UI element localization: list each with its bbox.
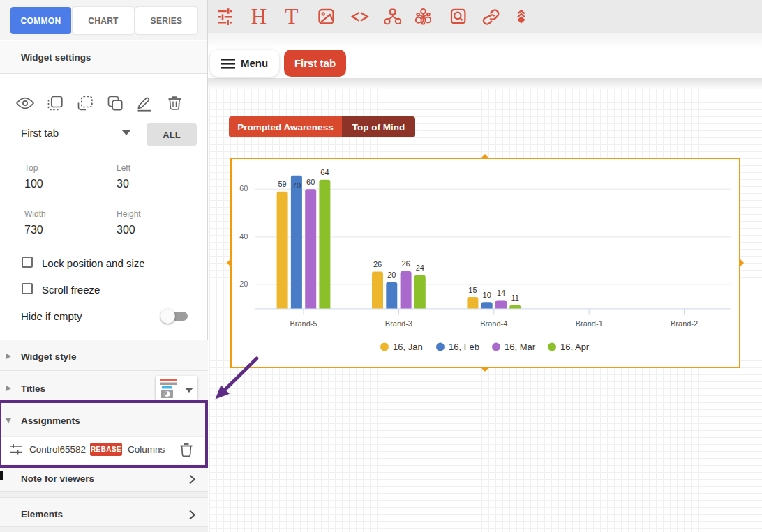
svg-text:64: 64: [320, 168, 329, 176]
svg-text:26: 26: [373, 260, 382, 268]
svg-text:16, Jan: 16, Jan: [393, 342, 423, 352]
svg-text:16, Apr: 16, Apr: [560, 342, 590, 352]
svg-text:T: T: [285, 4, 299, 29]
svg-text:24: 24: [416, 264, 424, 272]
svg-text:20: 20: [387, 271, 396, 279]
svg-text:14: 14: [497, 289, 505, 297]
svg-text:Brand-4: Brand-4: [480, 319, 507, 328]
svg-text:Brand-5: Brand-5: [290, 319, 317, 328]
svg-text:59: 59: [278, 180, 286, 188]
svg-text:Brand-1: Brand-1: [576, 319, 603, 328]
svg-text:Brand-3: Brand-3: [385, 319, 412, 328]
svg-text:H: H: [251, 4, 267, 29]
svg-text:70: 70: [292, 181, 301, 190]
svg-text:60: 60: [239, 184, 248, 192]
svg-text:16, Feb: 16, Feb: [449, 342, 479, 352]
svg-text:11: 11: [511, 294, 518, 302]
svg-text:10: 10: [483, 291, 491, 299]
svg-text:Brand-2: Brand-2: [671, 319, 698, 328]
svg-text:60: 60: [306, 178, 315, 186]
svg-text:20: 20: [239, 280, 248, 288]
svg-text:40: 40: [239, 232, 248, 241]
svg-text:15: 15: [468, 286, 477, 294]
svg-text:16, Mar: 16, Mar: [505, 342, 536, 352]
svg-text:26: 26: [401, 259, 410, 268]
